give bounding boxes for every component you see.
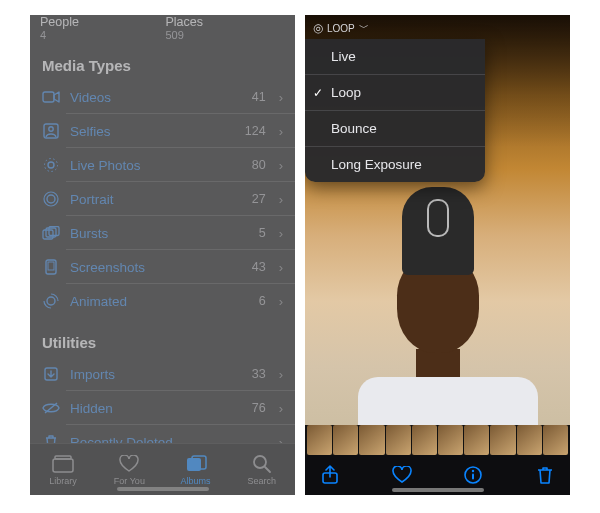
row-count: 41: [252, 90, 266, 104]
photo-toolbar: [305, 455, 570, 495]
chevron-down-icon: ﹀: [359, 21, 369, 35]
chevron-right-icon: ›: [279, 192, 283, 207]
svg-rect-16: [55, 456, 71, 459]
album-tile-places[interactable]: Places 509: [166, 15, 286, 41]
live-photo-mode-menu: Live✓LoopBounceLong Exposure: [305, 39, 485, 182]
selfie-icon: [42, 122, 60, 140]
row-count: 43: [252, 260, 266, 274]
list-row-videos[interactable]: Videos41›: [30, 80, 295, 114]
mode-menu-item-loop[interactable]: ✓Loop: [305, 74, 485, 110]
photo-detail-screen: ◎ LOOP ﹀ Live✓LoopBounceLong Exposure: [305, 15, 570, 495]
chevron-right-icon: ›: [279, 226, 283, 241]
svg-point-5: [47, 195, 55, 203]
svg-point-19: [254, 456, 266, 468]
library-tab-icon: [52, 454, 74, 474]
svg-rect-24: [472, 474, 474, 480]
tab-label: Library: [49, 476, 77, 486]
filmstrip[interactable]: [305, 425, 570, 455]
mode-label: LOOP: [327, 23, 355, 34]
album-tile-people[interactable]: People 4: [40, 15, 160, 41]
row-label: Imports: [70, 367, 242, 382]
info-icon[interactable]: [462, 464, 484, 486]
tab-bar: Library For You Albums: [30, 443, 295, 495]
album-count: 509: [166, 29, 286, 41]
svg-point-6: [44, 192, 58, 206]
row-count: 76: [252, 401, 266, 415]
list-row-screenshots[interactable]: Screenshots43›: [30, 250, 295, 284]
list-row-animated[interactable]: Animated6›: [30, 284, 295, 318]
share-icon[interactable]: [319, 464, 341, 486]
tab-for-you[interactable]: For You: [96, 454, 162, 486]
section-header-utilities: Utilities: [30, 318, 295, 357]
chevron-right-icon: ›: [279, 294, 283, 309]
search-tab-icon: [251, 454, 273, 474]
svg-point-23: [472, 470, 474, 472]
chevron-right-icon: ›: [279, 124, 283, 139]
albums-tab-icon: [185, 454, 207, 474]
row-label: Portrait: [70, 192, 242, 207]
row-count: 5: [259, 226, 266, 240]
menu-item-label: Bounce: [331, 121, 377, 136]
live-photo-mode-pill[interactable]: ◎ LOOP ﹀: [313, 21, 369, 35]
album-count: 4: [40, 29, 160, 41]
chevron-right-icon: ›: [279, 367, 283, 382]
row-count: 27: [252, 192, 266, 206]
row-count: 80: [252, 158, 266, 172]
chevron-right-icon: ›: [279, 401, 283, 416]
chevron-right-icon: ›: [279, 260, 283, 275]
list-row-selfies[interactable]: Selfies124›: [30, 114, 295, 148]
album-title: Places: [166, 15, 286, 29]
chevron-right-icon: ›: [279, 158, 283, 173]
row-label: Selfies: [70, 124, 235, 139]
foryou-tab-icon: [118, 454, 140, 474]
svg-rect-11: [48, 262, 54, 270]
chevron-right-icon: ›: [279, 90, 283, 105]
live-photo-icon: ◎: [313, 22, 323, 34]
tab-albums[interactable]: Albums: [163, 454, 229, 486]
svg-point-12: [47, 297, 55, 305]
list-row-hidden[interactable]: Hidden76›: [30, 391, 295, 425]
heart-icon[interactable]: [391, 464, 413, 486]
svg-point-3: [48, 162, 54, 168]
mode-menu-item-live[interactable]: Live: [305, 39, 485, 74]
row-count: 124: [245, 124, 266, 138]
svg-line-20: [265, 467, 270, 472]
animated-icon: [42, 292, 60, 310]
screenshots-icon: [42, 258, 60, 276]
row-label: Screenshots: [70, 260, 242, 275]
menu-item-label: Live: [331, 49, 356, 64]
albums-screen: People 4 Places 509 Media Types Videos41…: [30, 15, 295, 495]
livephoto-icon: [42, 156, 60, 174]
menu-item-label: Loop: [331, 85, 361, 100]
imports-icon: [42, 365, 60, 383]
list-row-live-photos[interactable]: Live Photos80›: [30, 148, 295, 182]
row-label: Animated: [70, 294, 249, 309]
svg-point-4: [45, 159, 58, 172]
row-label: Live Photos: [70, 158, 242, 173]
tab-library[interactable]: Library: [30, 454, 96, 486]
video-icon: [42, 88, 60, 106]
list-row-portrait[interactable]: Portrait27›: [30, 182, 295, 216]
menu-item-label: Long Exposure: [331, 157, 422, 172]
tab-search[interactable]: Search: [229, 454, 295, 486]
home-indicator: [117, 487, 209, 491]
tab-label: Albums: [181, 476, 211, 486]
portrait-icon: [42, 190, 60, 208]
svg-rect-0: [43, 92, 54, 102]
row-count: 6: [259, 294, 266, 308]
bursts-icon: [42, 224, 60, 242]
tab-label: For You: [114, 476, 145, 486]
list-row-imports[interactable]: Imports33›: [30, 357, 295, 391]
trash-icon[interactable]: [534, 464, 556, 486]
svg-point-2: [49, 127, 53, 131]
hidden-icon: [42, 399, 60, 417]
row-count: 33: [252, 367, 266, 381]
home-indicator: [392, 488, 484, 492]
list-row-bursts[interactable]: Bursts5›: [30, 216, 295, 250]
section-header-media-types: Media Types: [30, 41, 295, 80]
row-label: Bursts: [70, 226, 249, 241]
mode-menu-item-long-exposure[interactable]: Long Exposure: [305, 146, 485, 182]
album-title: People: [40, 15, 160, 29]
mode-menu-item-bounce[interactable]: Bounce: [305, 110, 485, 146]
svg-rect-15: [53, 459, 73, 472]
